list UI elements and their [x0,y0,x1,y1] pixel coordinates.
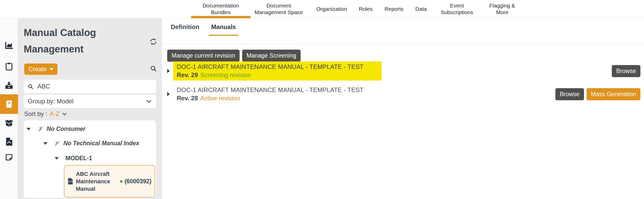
search-icon [28,84,33,89]
rail-item-notes[interactable] [0,153,18,161]
search-field [24,80,156,93]
revision-meta: Rev. 29 Screening revision [177,71,363,79]
status-dot [120,180,123,183]
caret-down-icon[interactable] [43,142,47,145]
top-navigation: Documentation Bundles Document Managemen… [0,0,644,18]
rail-item-pdf-export[interactable] [0,137,18,146]
sort-by-control[interactable]: Sort by : A-Z [24,110,67,117]
revision-title: DOC-1 AIRCRAFT MAINTENANCE MANUAL - TEMP… [177,63,363,70]
manual-actions: Manage current revision Manage Screening [167,50,301,62]
revision-status: Screening revision [200,71,251,79]
nav-tab-reports[interactable]: Reports [385,0,404,18]
revision-number: Rev. 29 [177,71,198,79]
tree-node-label[interactable]: No Consumer [47,125,86,132]
create-button-label: Create [28,66,47,73]
clipboard-icon [5,62,13,71]
search-input[interactable] [37,83,152,90]
tree-node-model-1: MODEL-1 [55,155,92,162]
rail-divider [4,76,14,76]
nav-tab-roles[interactable]: Roles [359,0,373,18]
revision-title: DOC-1 AIRCRAFT MAINTENANCE MANUAL - TEMP… [177,86,363,94]
tree-node-no-consumer: No Consumer [27,125,86,132]
manual-card-id: (6000392) [124,178,151,185]
tree-node-label[interactable]: MODEL-1 [65,155,92,162]
row-buttons: Browse [612,65,640,77]
rail-divider [4,133,14,133]
subtab-bar: Definition Manuals [171,18,236,36]
browse-button[interactable]: Browse [612,65,640,77]
caret-down-icon[interactable] [27,128,31,130]
sort-by-value: A-Z [49,110,60,117]
rail-divider [4,38,14,38]
catalog-tree: No Consumer No Technical Manual Index MO… [24,120,156,198]
revision-number: Rev. 28 [177,95,198,102]
search-icon [150,65,157,72]
rail-item-tasks[interactable] [0,62,18,71]
nav-tab-organization[interactable]: Organization [316,0,347,18]
book-icon [5,100,13,108]
svg-text:</>: </> [69,180,73,183]
revision-summary[interactable]: DOC-1 AIRCRAFT MAINTENANCE MANUAL - TEMP… [173,61,382,80]
rail-divider [4,57,14,57]
nav-tab-event-subscriptions[interactable]: Event Subscriptions [439,0,475,18]
no-index-icon [54,140,60,147]
nav-tab-data[interactable]: Data [415,0,427,18]
nav-tab-documentation-bundles[interactable]: Documentation Bundles [200,0,241,18]
refresh-button[interactable] [149,38,157,46]
main-content: Definition Manuals Manage current revisi… [162,18,644,199]
rail-item-packages[interactable] [0,119,18,128]
create-button[interactable]: Create [24,64,57,75]
tab-manuals[interactable]: Manuals [211,18,236,36]
manual-card-meta: (6000392) [120,178,151,185]
panel-search-button[interactable] [150,65,157,73]
manual-card-title: ABC Aircraft Maintenance Manual [76,170,117,193]
note-icon [5,153,13,161]
revision-meta: Rev. 28 Active revision [177,95,363,102]
page-title: Manual Catalog Management [24,24,134,57]
inbox-icon [5,81,13,90]
pdf-file-icon [5,137,13,146]
rail-item-analytics[interactable] [0,41,18,50]
nav-tab-document-management-space[interactable]: Document Management Space [253,0,304,18]
tree-node-no-tmi: No Technical Manual Index [43,140,139,147]
rail-item-manual-catalog[interactable] [0,94,18,114]
revision-summary[interactable]: DOC-1 AIRCRAFT MAINTENANCE MANUAL - TEMP… [173,85,382,104]
browse-button[interactable]: Browse [555,88,584,100]
open-box-icon [5,119,13,128]
refresh-icon [149,38,157,46]
mass-generation-button[interactable]: Mass Generation [587,88,640,100]
row-buttons: Browse Mass Generation [555,88,640,100]
nav-tab-flagging-more[interactable]: Flagging & More [487,0,518,18]
manual-catalog-panel: Manual Catalog Management Create Group b… [18,18,162,199]
group-by-select[interactable]: Group by: Model [24,95,156,108]
manual-card-selected[interactable]: </> ABC Aircraft Maintenance Manual (600… [64,165,155,197]
divider [162,44,644,44]
tree-node-label[interactable]: No Technical Manual Index [63,140,139,147]
caret-right-icon[interactable] [167,69,170,73]
caret-right-icon[interactable] [167,92,170,96]
chevron-down-icon [146,98,152,104]
manage-screening-button[interactable]: Manage Screening [242,50,301,62]
group-by-value: Group by: Model [28,98,73,105]
sort-by-label: Sort by : [24,110,47,117]
tab-definition[interactable]: Definition [171,18,199,36]
revision-status: Active revision [200,95,240,102]
area-chart-icon [5,41,13,50]
revision-row-28: DOC-1 AIRCRAFT MAINTENANCE MANUAL - TEMP… [162,86,640,103]
revision-row-29: DOC-1 AIRCRAFT MAINTENANCE MANUAL - TEMP… [162,62,640,80]
manage-current-revision-button[interactable]: Manage current revision [167,50,240,62]
rail-item-inbox[interactable] [0,81,18,90]
caret-down-icon[interactable] [55,157,59,160]
document-code-icon: </> [67,178,73,185]
icon-rail [0,18,18,199]
caret-down-icon [50,68,53,70]
chevron-down-icon [62,111,67,117]
no-consumer-icon [37,126,44,132]
